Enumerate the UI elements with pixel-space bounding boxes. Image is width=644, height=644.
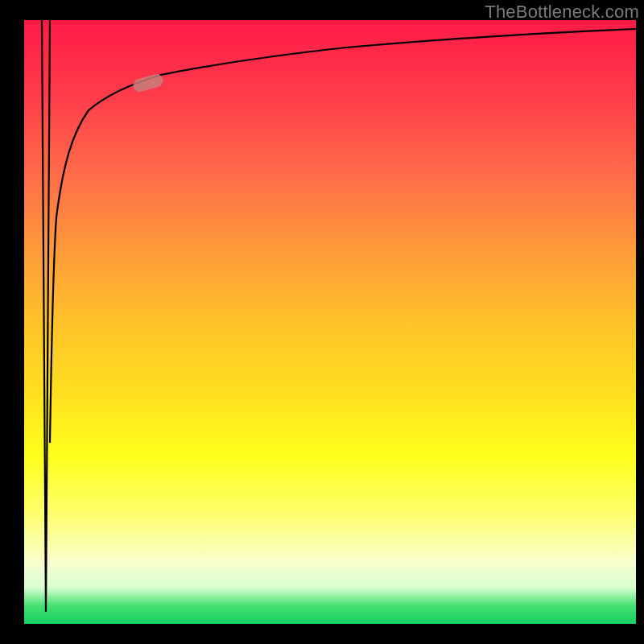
chart-frame: TheBottleneck.com [0, 0, 644, 644]
plot-area [24, 20, 636, 624]
watermark-text: TheBottleneck.com [485, 2, 639, 23]
curve-layer [24, 20, 636, 624]
curve-marker [132, 72, 165, 93]
spike-path [42, 20, 50, 612]
marker-pill [132, 72, 165, 93]
